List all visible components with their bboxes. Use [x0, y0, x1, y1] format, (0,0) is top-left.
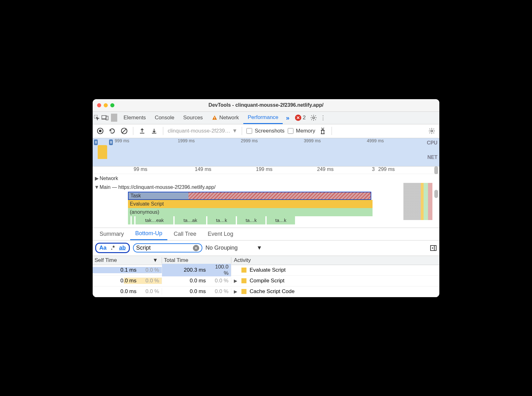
- col-self-time[interactable]: Self Time▼: [93, 257, 162, 263]
- flame-leaf[interactable]: tak…eak: [136, 216, 173, 224]
- grouping-select[interactable]: No Grouping ▼: [205, 245, 262, 251]
- tick: 199 ms: [256, 167, 317, 174]
- expand-icon[interactable]: ▶: [234, 278, 238, 283]
- minimize-button[interactable]: [104, 103, 108, 107]
- tab-summary[interactable]: Summary: [95, 228, 129, 240]
- error-indicator[interactable]: ✕ 2: [292, 115, 308, 121]
- settings-icon[interactable]: [308, 114, 319, 121]
- flame-leaf[interactable]: [128, 216, 130, 224]
- grouping-label: No Grouping: [205, 245, 238, 251]
- cell-self-pct: 0.0 %: [140, 278, 159, 284]
- cell-activity: Evaluate Script: [250, 267, 286, 273]
- whole-word-toggle[interactable]: ab: [119, 245, 126, 251]
- tick: 2999 ms: [241, 138, 304, 143]
- cell-total-ms: 0.0 ms: [190, 288, 206, 295]
- profile-select[interactable]: clinquant-mousse-2f239…▼: [168, 128, 237, 134]
- cell-activity: Cache Script Code: [250, 288, 295, 295]
- flame-leaf[interactable]: ta…ak: [175, 216, 206, 224]
- flame-leaf[interactable]: ta…k: [207, 216, 236, 224]
- panel-tabs: Elements Console Sources Network Perform…: [93, 112, 439, 124]
- svg-line-10: [122, 129, 126, 133]
- flame-leaf[interactable]: ta…k: [237, 216, 265, 224]
- scrollbar[interactable]: [434, 190, 438, 198]
- overview-activity: [98, 145, 107, 159]
- selection-handle-left[interactable]: ⏸: [94, 139, 98, 145]
- svg-rect-1: [102, 116, 106, 119]
- upload-profile-button[interactable]: [138, 127, 147, 135]
- filter-input[interactable]: Script: [136, 245, 151, 251]
- download-profile-button[interactable]: [150, 127, 159, 135]
- expand-icon[interactable]: ▶: [234, 289, 238, 294]
- tab-call-tree[interactable]: Call Tree: [169, 228, 201, 240]
- col-total-time[interactable]: Total Time: [162, 257, 231, 263]
- inspect-icon[interactable]: [93, 115, 101, 121]
- flame-evaluate-script[interactable]: Evaluate Script: [128, 200, 373, 208]
- selection-handle-right[interactable]: ⏸: [109, 139, 113, 145]
- flame-side-activity: [403, 183, 432, 220]
- record-button[interactable]: [96, 127, 105, 135]
- cell-total-ms: 0.0 ms: [190, 278, 206, 284]
- close-button[interactable]: [97, 103, 101, 107]
- device-toggle-icon[interactable]: [101, 115, 109, 121]
- activity-color-icon: [241, 278, 246, 283]
- svg-line-12: [323, 128, 324, 128]
- screenshots-label: Screenshots: [255, 128, 285, 134]
- cell-self-ms: 0.1 ms: [120, 267, 136, 273]
- clear-filter-icon[interactable]: ✕: [193, 245, 199, 251]
- performance-toolbar: clinquant-mousse-2f239…▼ Screenshots Mem…: [93, 124, 439, 138]
- svg-point-8: [99, 130, 101, 132]
- tab-performance[interactable]: Performance: [243, 112, 283, 124]
- timeline-overview[interactable]: 999 ms 1999 ms 2999 ms 3999 ms 4999 ms ⏸…: [93, 138, 439, 167]
- scrollbar[interactable]: [434, 166, 438, 174]
- cpu-label: CPU: [427, 140, 437, 146]
- tab-event-log[interactable]: Event Log: [203, 228, 238, 240]
- regex-toggle[interactable]: .*: [111, 245, 115, 251]
- cell-total-pct: 0.0 %: [209, 288, 228, 295]
- col-activity[interactable]: Activity: [231, 257, 439, 263]
- activity-color-icon: [241, 289, 246, 294]
- tick: 3: [372, 167, 435, 172]
- table-header: Self Time▼ Total Time Activity: [93, 256, 439, 265]
- clear-button[interactable]: [120, 127, 129, 135]
- expand-icon[interactable]: ▶: [94, 175, 100, 181]
- error-icon: ✕: [295, 115, 301, 121]
- memory-input[interactable]: [288, 128, 293, 134]
- garbage-collect-button[interactable]: [318, 127, 327, 135]
- collapse-icon[interactable]: ▼: [94, 184, 100, 190]
- flame-leaf[interactable]: ta…k: [267, 216, 295, 224]
- flame-leaf[interactable]: [132, 216, 134, 224]
- tab-elements[interactable]: Elements: [119, 112, 150, 124]
- flame-chart[interactable]: ▶Network ▼Main — https://clinquant-mouss…: [93, 174, 439, 228]
- match-case-toggle[interactable]: Aa: [99, 245, 107, 251]
- table-row[interactable]: 0.0 ms0.0 % 0.0 ms0.0 % ▶Compile Script: [93, 276, 439, 286]
- tab-sources[interactable]: Sources: [179, 112, 207, 124]
- svg-rect-5: [214, 119, 215, 119]
- filter-bar: Aa .* ab Script ✕ No Grouping ▼: [93, 240, 439, 256]
- screenshots-checkbox[interactable]: Screenshots: [246, 128, 285, 134]
- reload-record-button[interactable]: [108, 127, 117, 135]
- toggle-sidebar-icon[interactable]: [430, 245, 437, 252]
- svg-point-13: [431, 130, 433, 132]
- cell-activity: Compile Script: [250, 278, 285, 284]
- memory-checkbox[interactable]: Memory: [288, 128, 315, 134]
- tab-bottom-up[interactable]: Bottom-Up: [130, 228, 167, 240]
- tab-console[interactable]: Console: [150, 112, 179, 124]
- tick: 1999 ms: [178, 138, 241, 143]
- zoom-button[interactable]: [110, 103, 114, 107]
- table-row[interactable]: 0.1 ms0.0 % 200.3 ms100.0 % Evaluate Scr…: [93, 265, 439, 276]
- capture-settings-icon[interactable]: [427, 127, 436, 135]
- kebab-menu-icon[interactable]: ⋮: [319, 114, 327, 121]
- flame-anonymous[interactable]: (anonymous): [128, 208, 373, 216]
- cell-total-ms: 200.3 ms: [184, 267, 206, 273]
- overview-ruler: 999 ms 1999 ms 2999 ms 3999 ms 4999 ms: [93, 138, 439, 143]
- more-tabs-button[interactable]: »: [283, 114, 292, 122]
- network-track-label: Network: [100, 176, 118, 181]
- devtools-window: DevTools - clinquant-mousse-2f2396.netli…: [93, 99, 439, 297]
- flame-task[interactable]: Task: [128, 192, 371, 200]
- activity-color-icon: [241, 268, 246, 273]
- detail-tabs: Summary Bottom-Up Call Tree Event Log: [93, 228, 439, 240]
- table-row[interactable]: 0.0 ms0.0 % 0.0 ms0.0 % ▶Cache Script Co…: [93, 286, 439, 297]
- tab-network[interactable]: Network: [207, 112, 243, 124]
- screenshots-input[interactable]: [246, 128, 252, 134]
- cell-self-ms: 0.0 ms: [120, 288, 136, 295]
